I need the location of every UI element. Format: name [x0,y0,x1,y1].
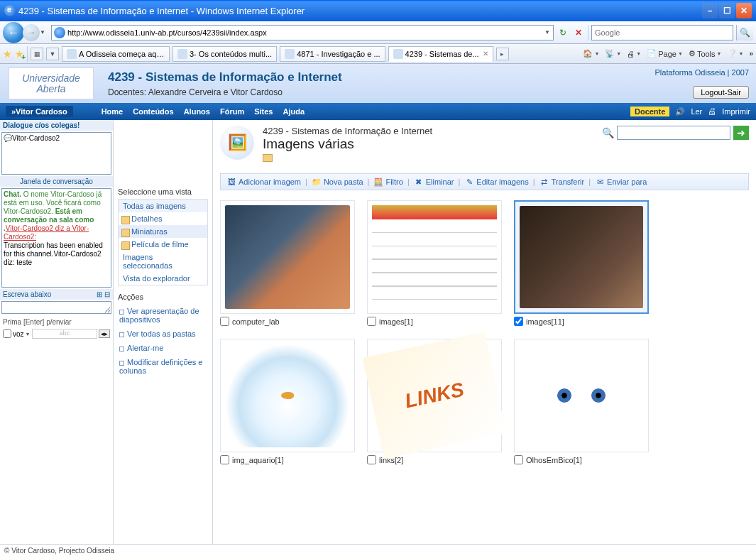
help-button[interactable]: ❔▼ [728,49,744,58]
search-go-button[interactable]: ➜ [733,126,749,140]
app-status-bar: © Vitor Cardoso, Projecto Odisseia [0,544,756,556]
thumbnail-checkbox[interactable] [367,317,376,326]
course-subtitle: Docentes: Alexandre Cerveira e Vitor Car… [108,87,342,97]
platform-label: Plataforma Odisseia | 2007 [655,68,749,77]
toolbar-filter[interactable]: 🧮Filtro [373,177,402,187]
thumbnail-item[interactable]: OlhosEmBico[1] [514,339,652,464]
nav-home[interactable]: Home [102,107,124,116]
nav-conteudos[interactable]: Conteúdos [133,107,173,116]
action-alert[interactable]: Alertar-me [118,341,208,355]
search-box[interactable] [591,25,733,40]
library-search-input[interactable] [617,126,730,140]
home-button[interactable]: 🏠▼ [583,49,599,58]
print-button[interactable]: 🖨▼ [627,50,641,58]
thumbnail-checkbox[interactable] [220,317,229,326]
voz-checkbox[interactable] [3,329,11,338]
address-input[interactable] [67,28,542,37]
page-favicon [54,27,65,38]
view-pelicula[interactable]: Película de filme [119,238,207,251]
thumbnail-item[interactable]: computer_lab [220,200,358,326]
view-miniaturas[interactable]: Miniaturas [119,225,207,238]
tab-list-button[interactable]: ▦ [31,48,43,60]
toolbar-edit[interactable]: ✎Editar imagens [464,177,528,187]
toolbar-expand[interactable]: » [749,50,753,58]
thumbnail-frame[interactable]: LINKS [367,339,502,452]
toolbar-transfer[interactable]: ⇄Transferir [539,177,585,187]
voz-label: voz [13,330,24,338]
browser-tab[interactable]: 3- Os conteúdos multi... [172,46,277,62]
search-button[interactable]: 🔍 [736,25,753,40]
address-dropdown[interactable]: ▼ [542,29,553,36]
breadcrumb[interactable]: 4239 - Sistemas de Informação e Internet [263,126,432,136]
thumbnail-checkbox[interactable] [514,455,523,464]
logout-button[interactable]: Logout-Sair [693,86,749,99]
add-favorite-icon[interactable]: ★ [15,48,24,60]
thumbnail-frame[interactable] [220,200,355,314]
action-all-folders[interactable]: Ver todas as pastas [118,327,208,341]
favorites-icon[interactable]: ★ [3,48,12,60]
browser-tab[interactable]: 4871 - Investigação e ... [280,46,385,62]
stop-button[interactable]: ✕ [572,26,585,39]
thumbnail-frame[interactable] [514,200,649,314]
thumbnail-frame[interactable] [514,339,649,452]
feeds-button[interactable]: 📡▼ [605,49,621,58]
nav-imprimir[interactable]: Imprimir [722,107,750,116]
tab-close-icon[interactable]: ✕ [483,50,488,58]
window-titlebar: 4239 - Sistemas de Informação e Internet… [0,0,756,21]
tools-menu[interactable]: ⚙Tools▼ [689,49,722,58]
minimize-button[interactable]: – [702,3,718,18]
view-all-images[interactable]: Todas as imagens [119,200,207,212]
thumbnail-item[interactable]: LINKSlinks[2] [367,339,505,464]
thumbnail-item[interactable]: images[1] [367,200,505,326]
close-button[interactable]: ✕ [736,3,752,18]
nav-history-dropdown[interactable]: ▼ [40,29,48,36]
thumbnail-frame[interactable] [220,339,355,452]
printer-icon[interactable]: 🖨 [708,107,716,116]
nav-ler[interactable]: Ler [691,107,702,116]
view-detalhes[interactable]: Detalhes [119,212,207,225]
nav-forum[interactable]: Fórum [220,107,244,116]
current-user[interactable]: »Vitor Cardoso [6,106,73,117]
maximize-button[interactable]: ☐ [719,3,735,18]
speaker-icon[interactable]: 🔊 [675,107,685,116]
thumbnail-checkbox[interactable] [367,455,376,464]
browser-tab-active[interactable]: 4239 - Sistemas de...✕ [388,46,493,62]
toolbar-send[interactable]: ✉Enviar para [595,177,647,187]
search-input[interactable] [592,28,733,37]
logo[interactable]: UniversidadeAberta [9,67,94,99]
thumbnail-gallery: computer_labimages[1]images[11]img_aquar… [213,193,756,471]
thumbnail-checkbox[interactable] [220,455,229,464]
forward-button[interactable]: → [23,24,40,41]
tab-favicon [177,49,187,59]
thumbnail-item[interactable]: images[11] [514,200,652,326]
address-bar[interactable]: ▼ [51,25,554,40]
voz-button[interactable]: ◂▸ [99,329,110,338]
action-modify[interactable]: Modificar definições e colunas [118,355,208,378]
toolbar-new-folder[interactable]: 📁Nova pasta [312,177,363,187]
action-slideshow[interactable]: Ver apresentação de diapositivos [118,304,208,327]
chat-textarea[interactable] [1,301,111,314]
toolbar-delete[interactable]: ✖Eliminar [414,177,454,187]
page-menu[interactable]: 📄Page▼ [647,49,683,58]
toolbar-add-image[interactable]: 🖼Adicionar imagem [226,177,301,187]
window-title: 4239 - Sistemas de Informação e Internet… [18,6,702,16]
page-menu-label: Page [658,50,676,58]
thumbnail-frame[interactable] [367,200,502,314]
thumbnail-image [519,344,644,447]
chat-panel-label: Janela de conversação [0,176,113,187]
browser-tab[interactable]: A Odisseia começa aqui! [62,46,170,62]
nav-ajuda[interactable]: Ajuda [283,107,305,116]
view-selected[interactable]: Imagens seleccionadas [119,251,207,272]
view-explorer[interactable]: Vista do explorador [119,272,207,285]
thumbnail-checkbox[interactable] [514,317,523,326]
tab-favicon [67,49,77,59]
nav-sites[interactable]: Sites [254,107,273,116]
new-tab-button[interactable]: ▸ [496,48,509,60]
back-button[interactable]: ← [3,22,24,43]
thumbnail-item[interactable]: img_aquario[1] [220,339,358,464]
refresh-button[interactable]: ↻ [557,26,569,39]
nav-alunos[interactable]: Alunos [184,107,210,116]
voz-field[interactable]: abc [32,329,98,339]
tab-dropdown-button[interactable]: ▼ [46,48,59,60]
tab-favicon [393,49,403,59]
